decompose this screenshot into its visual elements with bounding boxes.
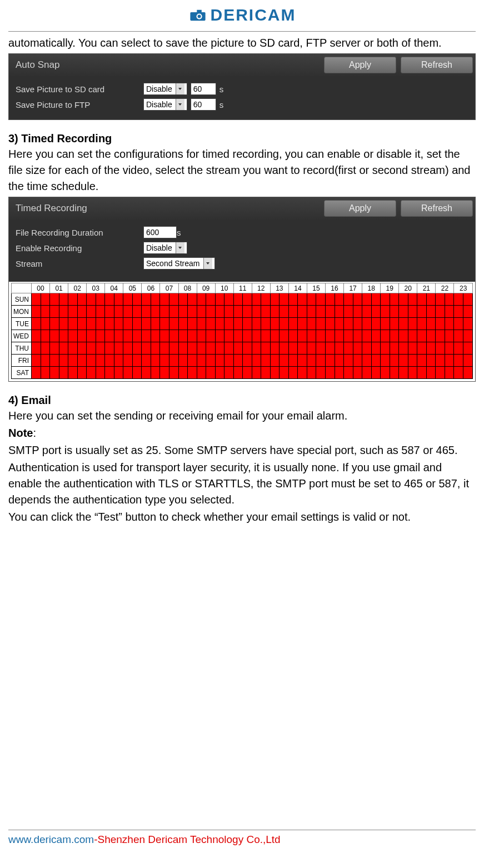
schedule-cell[interactable] xyxy=(307,342,316,355)
schedule-cell[interactable] xyxy=(408,330,417,342)
schedule-cell[interactable] xyxy=(298,355,307,367)
schedule-cell[interactable] xyxy=(261,318,271,330)
schedule-cell[interactable] xyxy=(59,306,68,318)
schedule-cell[interactable] xyxy=(335,355,344,367)
schedule-cell[interactable] xyxy=(307,318,316,330)
schedule-cell[interactable] xyxy=(381,367,390,379)
schedule-cell[interactable] xyxy=(59,342,68,355)
schedule-cell[interactable] xyxy=(243,355,252,367)
schedule-cell[interactable] xyxy=(105,367,114,379)
schedule-cell[interactable] xyxy=(463,330,472,342)
schedule-cell[interactable] xyxy=(326,293,335,306)
schedule-cell[interactable] xyxy=(59,330,68,342)
schedule-cell[interactable] xyxy=(344,293,353,306)
schedule-cell[interactable] xyxy=(353,330,362,342)
schedule-cell[interactable] xyxy=(288,293,298,306)
schedule-cell[interactable] xyxy=(87,355,96,367)
schedule-cell[interactable] xyxy=(326,330,335,342)
schedule-cell[interactable] xyxy=(188,293,197,306)
schedule-cell[interactable] xyxy=(288,355,298,367)
schedule-cell[interactable] xyxy=(316,342,326,355)
schedule-cell[interactable] xyxy=(316,330,326,342)
schedule-cell[interactable] xyxy=(371,318,381,330)
schedule-cell[interactable] xyxy=(169,330,178,342)
schedule-cell[interactable] xyxy=(96,293,105,306)
schedule-cell[interactable] xyxy=(151,342,160,355)
schedule-cell[interactable] xyxy=(381,342,390,355)
schedule-cell[interactable] xyxy=(233,342,243,355)
schedule-cell[interactable] xyxy=(243,306,252,318)
schedule-cell[interactable] xyxy=(399,293,408,306)
schedule-cell[interactable] xyxy=(59,293,68,306)
schedule-cell[interactable] xyxy=(335,342,344,355)
schedule-cell[interactable] xyxy=(463,293,472,306)
schedule-cell[interactable] xyxy=(41,306,50,318)
schedule-cell[interactable] xyxy=(151,330,160,342)
refresh-button[interactable]: Refresh xyxy=(401,200,473,217)
schedule-cell[interactable] xyxy=(426,367,436,379)
schedule-cell[interactable] xyxy=(178,318,188,330)
schedule-cell[interactable] xyxy=(123,342,133,355)
schedule-cell[interactable] xyxy=(224,318,234,330)
schedule-cell[interactable] xyxy=(68,306,78,318)
schedule-cell[interactable] xyxy=(197,293,206,306)
schedule-cell[interactable] xyxy=(445,342,454,355)
schedule-cell[interactable] xyxy=(288,318,298,330)
schedule-cell[interactable] xyxy=(169,306,178,318)
schedule-cell[interactable] xyxy=(454,342,463,355)
schedule-cell[interactable] xyxy=(114,355,123,367)
schedule-cell[interactable] xyxy=(188,367,197,379)
schedule-cell[interactable] xyxy=(252,330,261,342)
schedule-cell[interactable] xyxy=(96,318,105,330)
schedule-cell[interactable] xyxy=(463,306,472,318)
schedule-cell[interactable] xyxy=(390,342,399,355)
schedule-cell[interactable] xyxy=(270,318,280,330)
schedule-cell[interactable] xyxy=(408,342,417,355)
schedule-cell[interactable] xyxy=(335,330,344,342)
schedule-cell[interactable] xyxy=(426,318,436,330)
schedule-cell[interactable] xyxy=(160,367,169,379)
schedule-cell[interactable] xyxy=(41,367,50,379)
schedule-cell[interactable] xyxy=(445,355,454,367)
schedule-cell[interactable] xyxy=(408,355,417,367)
schedule-cell[interactable] xyxy=(445,330,454,342)
schedule-cell[interactable] xyxy=(59,318,68,330)
schedule-cell[interactable] xyxy=(381,330,390,342)
schedule-cell[interactable] xyxy=(454,293,463,306)
schedule-cell[interactable] xyxy=(50,306,59,318)
schedule-cell[interactable] xyxy=(463,367,472,379)
schedule-cell[interactable] xyxy=(123,306,133,318)
schedule-cell[interactable] xyxy=(417,318,427,330)
schedule-cell[interactable] xyxy=(105,330,114,342)
schedule-cell[interactable] xyxy=(417,293,427,306)
schedule-cell[interactable] xyxy=(463,355,472,367)
schedule-cell[interactable] xyxy=(436,306,445,318)
schedule-cell[interactable] xyxy=(123,355,133,367)
schedule-cell[interactable] xyxy=(463,342,472,355)
schedule-cell[interactable] xyxy=(335,306,344,318)
schedule-cell[interactable] xyxy=(399,342,408,355)
schedule-cell[interactable] xyxy=(50,293,59,306)
schedule-cell[interactable] xyxy=(417,330,427,342)
schedule-cell[interactable] xyxy=(270,355,280,367)
schedule-cell[interactable] xyxy=(335,318,344,330)
schedule-cell[interactable] xyxy=(123,318,133,330)
schedule-cell[interactable] xyxy=(381,306,390,318)
schedule-cell[interactable] xyxy=(123,293,133,306)
schedule-cell[interactable] xyxy=(399,306,408,318)
schedule-cell[interactable] xyxy=(381,318,390,330)
schedule-cell[interactable] xyxy=(445,293,454,306)
schedule-cell[interactable] xyxy=(381,293,390,306)
schedule-cell[interactable] xyxy=(160,306,169,318)
schedule-cell[interactable] xyxy=(408,367,417,379)
schedule-cell[interactable] xyxy=(178,306,188,318)
schedule-cell[interactable] xyxy=(105,355,114,367)
schedule-cell[interactable] xyxy=(280,355,289,367)
schedule-cell[interactable] xyxy=(353,355,362,367)
schedule-cell[interactable] xyxy=(151,355,160,367)
schedule-cell[interactable] xyxy=(445,306,454,318)
schedule-cell[interactable] xyxy=(68,367,78,379)
schedule-cell[interactable] xyxy=(335,293,344,306)
schedule-cell[interactable] xyxy=(96,342,105,355)
schedule-cell[interactable] xyxy=(344,342,353,355)
